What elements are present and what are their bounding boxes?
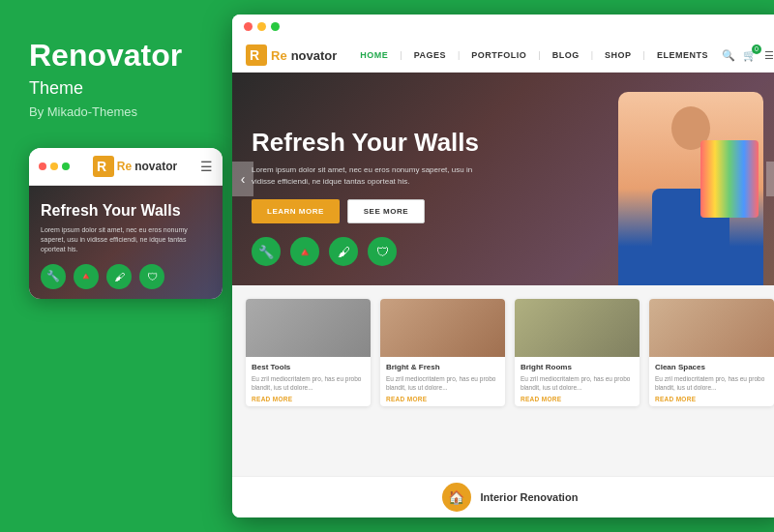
bottom-icon: 🏠 [442, 483, 471, 512]
card-title-1: Best Tools [252, 363, 365, 371]
svg-text:R: R [97, 159, 106, 174]
logo-novator-mobile: novator [134, 160, 177, 173]
nav-item-blog[interactable]: BLOG [552, 50, 580, 60]
card-body-1: Best Tools Eu zril mediocritatem pro, ha… [246, 357, 371, 406]
nav-item-shop[interactable]: SHOP [605, 50, 632, 60]
search-icon[interactable]: 🔍 [722, 49, 735, 62]
card-image-3 [515, 299, 640, 357]
nav-item-home[interactable]: HOME [360, 50, 388, 60]
mobile-hero: Refresh Your Walls Lorem ipsum dolor sit… [29, 186, 223, 299]
hero-icon-tools: 🔧 [252, 237, 281, 266]
brand-subtitle: Theme [29, 78, 213, 99]
mobile-icon-tools: 🔧 [41, 264, 66, 289]
desktop-hero: ‹ Refresh Your Walls Lorem ipsum dolor s… [232, 73, 774, 285]
hero-title: Refresh Your Walls [252, 129, 768, 157]
dot-green [62, 163, 70, 170]
card-title-2: Bright & Fresh [386, 363, 499, 371]
hero-nav-next[interactable]: › [766, 162, 774, 196]
learn-more-button[interactable]: LEARN MORE [252, 199, 340, 223]
desktop-mockup: R Renovator HOME | PAGES | PORTFOLIO | B… [232, 15, 774, 517]
bottom-section-title: Interior Renovation [481, 491, 579, 503]
brand-author: By Mikado-Themes [29, 104, 213, 119]
desktop-dot-red [244, 22, 253, 31]
mobile-icon-shield: 🛡 [139, 264, 164, 289]
logo-icon-mobile: R [93, 156, 114, 177]
desktop-logo-re: Re [271, 48, 287, 63]
card-text-2: Eu zril mediocritatem pro, has eu probo … [386, 374, 499, 392]
dot-yellow [50, 163, 58, 170]
mobile-hero-text: Lorem ipsum dolor sit amet, nec eu eros … [41, 225, 211, 253]
desktop-wrapper: R Renovator HOME | PAGES | PORTFOLIO | B… [232, 15, 774, 517]
card-bright-fresh: Bright & Fresh Eu zril mediocritatem pro… [380, 299, 505, 406]
card-image-4 [649, 299, 774, 357]
mobile-top-bar: R Renovator ☰ [29, 148, 223, 186]
card-image-1 [246, 299, 371, 357]
desktop-topbar [232, 15, 774, 39]
card-read-more-4[interactable]: READ MORE [655, 396, 768, 402]
mobile-menu-icon[interactable]: ☰ [200, 159, 213, 174]
desktop-nav-items: HOME | PAGES | PORTFOLIO | BLOG | SHOP |… [360, 50, 708, 60]
hero-icon-brush: 🖌 [329, 237, 358, 266]
hero-icon-shield: 🛡 [368, 237, 397, 266]
hero-text: Lorem ipsum dolor sit amet, nec eu eros … [252, 164, 484, 188]
card-text-4: Eu zril mediocritatem pro, has eu probo … [655, 374, 768, 392]
card-body-4: Clean Spaces Eu zril mediocritatem pro, … [649, 357, 774, 406]
hero-content: Refresh Your Walls Lorem ipsum dolor sit… [232, 109, 774, 285]
card-title-4: Clean Spaces [655, 363, 768, 371]
mobile-icons-row: 🔧 🔺 🖌 🛡 [41, 264, 211, 289]
cart-badge: 0 [752, 44, 761, 54]
desktop-dot-yellow [257, 22, 266, 31]
menu-icon[interactable]: ☰ [764, 49, 774, 62]
card-read-more-1[interactable]: READ MORE [252, 396, 365, 402]
card-title-3: Bright Rooms [521, 363, 634, 371]
mobile-window-dots [39, 163, 70, 170]
desktop-nav-icons: 🔍 🛒 0 ☰ [722, 49, 774, 62]
brand-title: Renovator [29, 39, 213, 73]
mobile-icon-brush: 🖌 [106, 264, 132, 289]
card-bright-rooms: Bright Rooms Eu zril mediocritatem pro, … [515, 299, 640, 406]
mobile-hero-title: Refresh Your Walls [41, 201, 211, 220]
hero-nav-prev[interactable]: ‹ [232, 162, 253, 196]
dot-red [39, 163, 46, 170]
see-more-button[interactable]: SEE MORE [347, 199, 425, 223]
svg-text:R: R [250, 47, 259, 63]
cart-wrapper: 🛒 0 [743, 49, 757, 62]
nav-item-elements[interactable]: ELEMENTS [657, 50, 708, 60]
card-body-3: Bright Rooms Eu zril mediocritatem pro, … [515, 357, 640, 406]
hero-buttons: LEARN MORE SEE MORE [252, 199, 768, 223]
card-read-more-3[interactable]: READ MORE [521, 396, 634, 402]
mobile-mockup: R Renovator ☰ Refresh Your Walls Lorem i… [29, 148, 223, 299]
card-clean-spaces: Clean Spaces Eu zril mediocritatem pro, … [649, 299, 774, 406]
bottom-strip: 🏠 Interior Renovation [232, 476, 774, 517]
hero-icons-row: 🔧 🔺 🖌 🛡 [252, 237, 768, 266]
mobile-logo: R Renovator [93, 156, 177, 177]
logo-re-mobile: Re [117, 160, 132, 173]
card-image-2 [380, 299, 505, 357]
nav-item-portfolio[interactable]: PORTFOLIO [471, 50, 526, 60]
nav-item-pages[interactable]: PAGES [414, 50, 446, 60]
card-text-1: Eu zril mediocritatem pro, has eu probo … [252, 374, 365, 392]
desktop-logo-novator: novator [291, 48, 338, 63]
left-panel: Renovator Theme By Mikado-Themes R Renov… [0, 0, 232, 532]
mobile-icon-paint: 🔺 [74, 264, 99, 289]
card-text-3: Eu zril mediocritatem pro, has eu probo … [521, 374, 634, 392]
card-read-more-2[interactable]: READ MORE [386, 396, 499, 402]
desktop-logo-icon: R [246, 44, 267, 66]
card-body-2: Bright & Fresh Eu zril mediocritatem pro… [380, 357, 505, 406]
desktop-nav: R Renovator HOME | PAGES | PORTFOLIO | B… [232, 39, 774, 73]
hero-icon-paint: 🔺 [290, 237, 319, 266]
card-best-tools: Best Tools Eu zril mediocritatem pro, ha… [246, 299, 371, 406]
desktop-logo: R Renovator [246, 44, 337, 66]
cards-section: Best Tools Eu zril mediocritatem pro, ha… [232, 285, 774, 476]
desktop-dot-green-window [271, 22, 280, 31]
cards-row: Best Tools Eu zril mediocritatem pro, ha… [246, 299, 774, 406]
